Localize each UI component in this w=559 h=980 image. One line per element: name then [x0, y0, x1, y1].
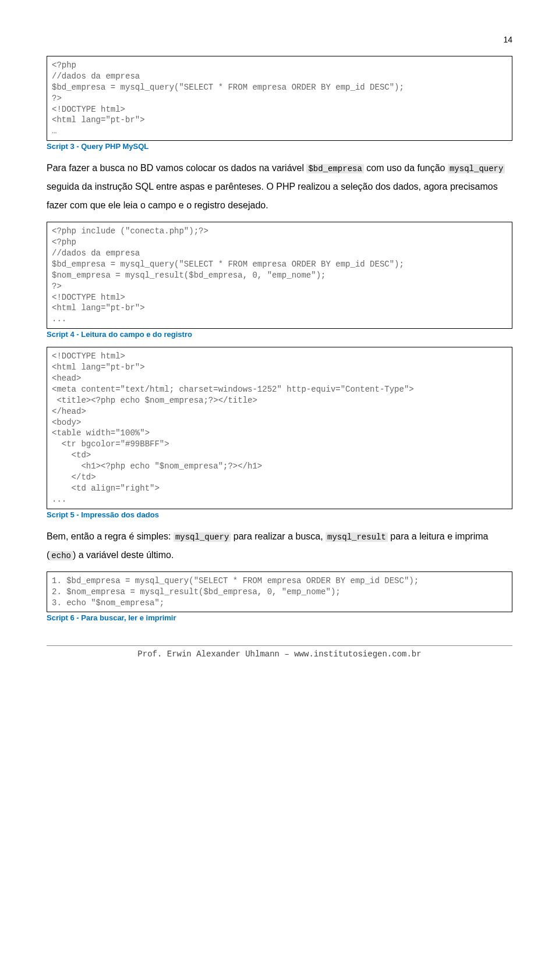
inline-code-echo: echo — [49, 551, 73, 560]
page-number: 14 — [47, 35, 512, 44]
code-script-4: <?php include ("conecta.php");?> <?php /… — [47, 222, 512, 329]
code-script-5: <!DOCTYPE html> <html lang="pt-br"> <hea… — [47, 347, 512, 509]
text: Bem, então a regra é simples: — [47, 531, 174, 541]
caption-script-6: Script 6 - Para buscar, ler e imprimir — [47, 613, 512, 622]
text: para realizar a busca, — [231, 531, 326, 541]
inline-code-mysql-query-2: mysql_query — [174, 532, 231, 542]
footer: Prof. Erwin Alexander Uhlmann – www.inst… — [47, 645, 512, 659]
inline-code-mysql-result: mysql_result — [326, 532, 388, 542]
code-script-3: <?php //dados da empresa $bd_empresa = m… — [47, 56, 512, 141]
text: Para fazer a busca no BD vamos colocar o… — [47, 163, 306, 173]
text: seguida da instrução SQL entre aspas e p… — [47, 182, 498, 210]
caption-script-4: Script 4 - Leitura do campo e do registr… — [47, 330, 512, 339]
inline-code-mysql-query: mysql_query — [448, 164, 505, 173]
text: com uso da função — [364, 163, 448, 173]
inline-code-bd-empresa: $bd_empresa — [306, 164, 363, 173]
caption-script-3: Script 3 - Query PHP MySQL — [47, 142, 512, 151]
paragraph-2: Bem, então a regra é simples: mysql_quer… — [47, 527, 512, 564]
caption-script-5: Script 5 - Impressão dos dados — [47, 510, 512, 519]
paragraph-1: Para fazer a busca no BD vamos colocar o… — [47, 159, 512, 215]
text: ) a variável deste último. — [73, 550, 174, 560]
code-script-6: 1. $bd_empresa = mysql_query("SELECT * F… — [47, 571, 512, 613]
